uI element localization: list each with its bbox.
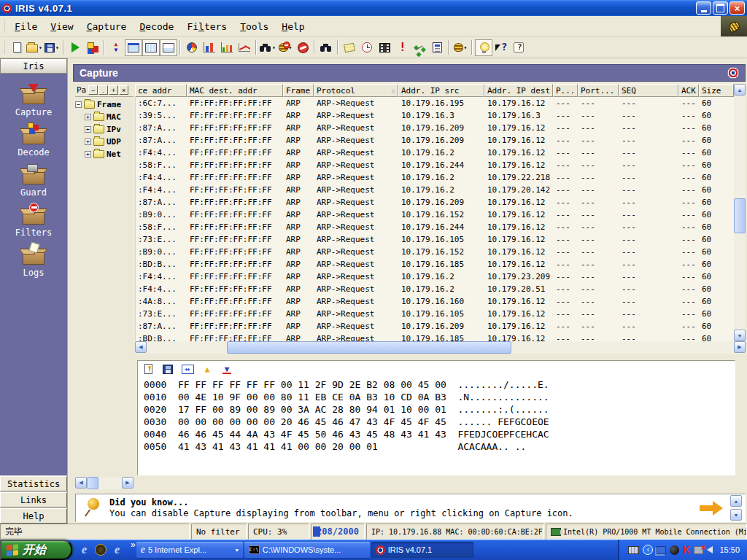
- save-file-button[interactable]: ▾: [43, 39, 61, 56]
- table-row[interactable]: :F4:4...FF:FF:FF:FF:FF:FFARPARP->Request…: [136, 147, 734, 159]
- sidebar-item-capture[interactable]: Capture: [0, 84, 67, 117]
- menu-file[interactable]: File: [8, 19, 44, 34]
- tip-up-icon[interactable]: ▲: [730, 495, 742, 507]
- tree-item-frame[interactable]: −Frame: [75, 98, 133, 111]
- tree-expand-icon[interactable]: +: [85, 114, 91, 120]
- table-row[interactable]: :87:A...FF:FF:FF:FF:FF:FFARPARP->Request…: [136, 122, 734, 134]
- iris-eye-icon[interactable]: [727, 67, 739, 79]
- column-header-mac-dest-addr[interactable]: MAC dest. addr: [187, 84, 283, 97]
- tree-item-udp[interactable]: +UDP: [75, 136, 133, 148]
- prev-packet-button[interactable]: [201, 362, 214, 376]
- capture-toggle-button[interactable]: [107, 39, 125, 56]
- bar-chart-button[interactable]: [201, 39, 218, 56]
- minimize-button[interactable]: [696, 1, 711, 15]
- column-header-addr-ip-dest[interactable]: Addr. IP dest: [484, 84, 553, 97]
- export-hex-button[interactable]: [142, 362, 155, 376]
- dropdown-arrow-icon[interactable]: ▾: [39, 44, 42, 51]
- table-row[interactable]: :B9:0...FF:FF:FF:FF:FF:FFARPARP->Request…: [136, 246, 734, 258]
- grid-vscroll-track[interactable]: [734, 96, 746, 330]
- tree-collapse-icon[interactable]: −: [75, 101, 82, 108]
- table-row[interactable]: :58:F...FF:FF:FF:FF:FF:FFARPARP->Request…: [136, 159, 734, 171]
- language-tray-icon[interactable]: ‹: [643, 545, 653, 555]
- table-row[interactable]: :87:A...FF:FF:FF:FF:FF:FFARPARP->Request…: [136, 320, 734, 332]
- table-row[interactable]: :73:E...FF:FF:FF:FF:FF:FFARPARP->Request…: [136, 233, 734, 246]
- tree-expand-icon[interactable]: +: [85, 139, 91, 145]
- hex-line[interactable]: 001000 4E 10 9F 00 00 80 11 EB CE 0A B3 …: [144, 391, 729, 403]
- menu-decode[interactable]: Decode: [133, 19, 180, 34]
- scheduler-button[interactable]: [358, 39, 376, 56]
- dropdown-arrow-icon[interactable]: ▾: [55, 44, 59, 51]
- save-file-button[interactable]: [161, 362, 174, 376]
- view-packets-button[interactable]: [142, 39, 160, 56]
- decode-packets-button[interactable]: [84, 39, 101, 56]
- toolbar-grip[interactable]: [3, 41, 7, 54]
- report-button[interactable]: [428, 39, 446, 56]
- hex-line[interactable]: 004046 46 45 44 4A 43 4F 45 50 46 43 45 …: [144, 428, 729, 440]
- taskbar-task-iris-v4-07-1[interactable]: IRIS v4.07.1: [371, 542, 473, 558]
- open-file-button[interactable]: ▾: [26, 39, 43, 56]
- menubar-grip[interactable]: [3, 20, 7, 33]
- table-row[interactable]: :6C:7...FF:FF:FF:FF:FF:FFARPARP->Request…: [136, 97, 734, 109]
- start-capture-button[interactable]: [66, 39, 84, 56]
- agent-tray-icon[interactable]: [670, 545, 679, 555]
- tree-close-button[interactable]: ×: [119, 85, 128, 95]
- sidebar-header-button[interactable]: Iris: [0, 58, 67, 74]
- hive-button[interactable]: ▾: [452, 39, 469, 56]
- grid-horizontal-scrollbar[interactable]: ◀ ▶: [135, 341, 746, 354]
- menu-view[interactable]: View: [44, 19, 80, 34]
- dropdown-arrow-icon[interactable]: ▾: [272, 44, 276, 51]
- menu-help[interactable]: Help: [275, 19, 311, 34]
- column-header-ack[interactable]: ACK: [678, 84, 699, 97]
- menu-tools[interactable]: Tools: [233, 19, 275, 34]
- next-packet-button[interactable]: [220, 362, 233, 376]
- table-row[interactable]: :F4:4...FF:FF:FF:FF:FF:FFARPARP->Request…: [136, 271, 734, 283]
- network-off-tray-icon[interactable]: [694, 546, 703, 554]
- capture-movie-button[interactable]: [376, 39, 393, 56]
- grid-vscroll-thumb[interactable]: [734, 198, 746, 233]
- column-header-p[interactable]: P...: [553, 84, 578, 97]
- volume-tray-icon[interactable]: [707, 546, 713, 553]
- column-header-frame[interactable]: Frame: [283, 84, 314, 97]
- column-header-addr-ip-src[interactable]: Addr. IP src: [398, 84, 484, 97]
- hex-line[interactable]: 002017 FF 00 89 00 89 00 3A AC 28 80 94 …: [144, 403, 729, 416]
- table-row[interactable]: :87:A...FF:FF:FF:FF:FF:FFARPARP->Request…: [136, 196, 734, 209]
- tree-scroll-track[interactable]: [87, 477, 122, 489]
- dropdown-arrow-icon[interactable]: ▾: [464, 44, 468, 51]
- tree-dot-button[interactable]: .: [98, 85, 108, 95]
- context-help-button[interactable]: [492, 39, 510, 56]
- view-hosts-button[interactable]: [125, 39, 142, 56]
- keyboard-tray-icon[interactable]: [628, 546, 639, 554]
- sidebar-item-logs[interactable]: Logs: [0, 244, 67, 278]
- taskbar-task-c-windows-syste[interactable]: C:\C:\WINDOWS\syste...: [244, 542, 370, 558]
- column-header-seq[interactable]: SEQ: [619, 84, 678, 97]
- maximize-button[interactable]: [713, 1, 728, 15]
- next-tip-arrow-icon[interactable]: [700, 501, 724, 516]
- notes-button[interactable]: [341, 39, 358, 56]
- table-row[interactable]: :58:F...FF:FF:FF:FF:FF:FFARPARP->Request…: [136, 221, 734, 233]
- find-filter-button[interactable]: ▾: [259, 39, 276, 56]
- help-button[interactable]: [510, 39, 527, 56]
- sidebar-item-decode[interactable]: Decode: [0, 124, 67, 158]
- column-chart-button[interactable]: [218, 39, 236, 56]
- scroll-left-icon[interactable]: ◀: [75, 477, 87, 489]
- column-header-port[interactable]: Port...: [578, 84, 619, 97]
- table-row[interactable]: :39:5...FF:FF:FF:FF:FF:FFARPARP->Request…: [136, 109, 734, 122]
- find-button[interactable]: [317, 39, 335, 56]
- sidebar-button-statistics[interactable]: Statistics: [0, 476, 67, 491]
- table-row[interactable]: :73:E...FF:FF:FF:FF:FF:FFARPARP->Request…: [136, 308, 734, 320]
- tree-expand-icon[interactable]: +: [85, 151, 91, 158]
- tree-item-ipv[interactable]: +IPv: [75, 123, 133, 136]
- hex-line[interactable]: 005041 43 41 43 41 41 41 00 00 20 00 01A…: [144, 440, 729, 453]
- internet-explorer-2-icon[interactable]: e: [111, 544, 123, 556]
- alert-button[interactable]: [393, 39, 411, 56]
- grid-hscroll-thumb[interactable]: [227, 341, 511, 354]
- network-tray-icon[interactable]: [657, 546, 666, 554]
- tree-item-mac[interactable]: +MAC: [75, 111, 133, 123]
- antivirus-tray-icon[interactable]: K: [683, 544, 690, 556]
- tip-down-icon[interactable]: ▼: [730, 509, 742, 521]
- table-row[interactable]: :F4:4...FF:FF:FF:FF:FF:FFARPARP->Request…: [136, 171, 734, 184]
- table-row[interactable]: :B9:0...FF:FF:FF:FF:FF:FFARPARP->Request…: [136, 209, 734, 221]
- start-button[interactable]: 开始: [0, 540, 72, 560]
- column-header-size[interactable]: Size: [699, 84, 734, 97]
- sidebar-button-links[interactable]: Links: [0, 492, 67, 508]
